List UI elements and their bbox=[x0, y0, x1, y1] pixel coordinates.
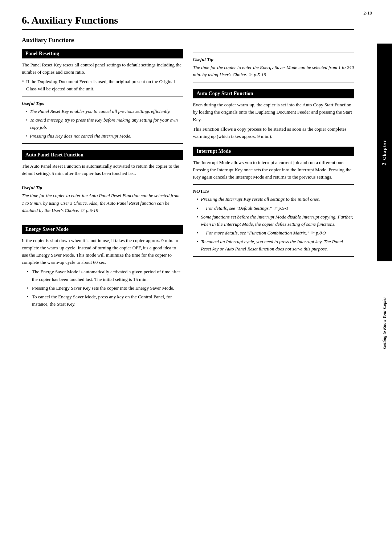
energy-saver-tip-section: Useful Tip The time for the copier to en… bbox=[193, 53, 354, 82]
left-column: Panel Resetting The Panel Reset Key rese… bbox=[22, 49, 183, 314]
chapter-label: Chapter bbox=[382, 139, 387, 160]
divider bbox=[22, 97, 183, 97]
energy-saver-tip-body: The time for the copier to enter the Ene… bbox=[193, 64, 354, 78]
chapter-sidebar: Chapter 2 bbox=[377, 44, 392, 261]
panel-resetting-body: The Panel Reset Key resets all control p… bbox=[22, 61, 183, 76]
auto-copy-start-body2: This Function allows a copy process to b… bbox=[193, 126, 354, 140]
auto-panel-reset-section: Auto Panel Reset Function The Auto Panel… bbox=[22, 150, 183, 218]
useful-tips-label: Useful Tips bbox=[22, 101, 183, 106]
page: 2-10 Chapter 2 Getting to Know Your Copi… bbox=[0, 0, 392, 539]
notes-label: NOTES bbox=[193, 188, 354, 194]
list-item: To avoid miscopy, try to press this Key … bbox=[25, 117, 183, 131]
list-item: For details, see "Default Settings." ☞ p… bbox=[197, 205, 354, 212]
divider bbox=[193, 184, 354, 185]
auto-panel-useful-tip-body: The time for the copier to enter the Aut… bbox=[22, 192, 183, 214]
divider bbox=[22, 181, 183, 181]
list-item: The Energy Saver Mode is automatically a… bbox=[27, 268, 183, 283]
energy-saver-section: Energy Saver Mode If the copier is shut … bbox=[22, 225, 183, 308]
panel-resetting-section: Panel Resetting The Panel Reset Key rese… bbox=[22, 49, 183, 144]
auto-copy-start-section: Auto Copy Start Function Even during the… bbox=[193, 89, 354, 140]
interrupt-mode-heading: Interrupt Mode bbox=[193, 147, 354, 156]
list-item: To cancel the Energy Saver Mode, press a… bbox=[27, 293, 183, 308]
interrupt-mode-notes: Pressing the Interrupt Key resets all se… bbox=[193, 196, 354, 253]
divider bbox=[193, 53, 354, 53]
panel-resetting-heading: Panel Resetting bbox=[22, 49, 183, 58]
auto-panel-useful-tip-label: Useful Tip bbox=[22, 185, 183, 191]
list-item: For more details, see "Function Combinat… bbox=[197, 229, 354, 237]
list-item: Some functions set before the Interrupt … bbox=[197, 213, 354, 228]
auto-panel-reset-body: The Auto Panel Reset Function is automat… bbox=[22, 163, 183, 177]
notes-section: NOTES Pressing the Interrupt Key resets … bbox=[193, 188, 354, 253]
energy-saver-bullets: The Energy Saver Mode is automatically a… bbox=[22, 268, 183, 308]
divider bbox=[193, 256, 354, 257]
energy-saver-heading: Energy Saver Mode bbox=[22, 225, 183, 234]
auto-copy-start-body1: Even during the copier warm-up, the copi… bbox=[193, 101, 354, 123]
energy-saver-body: If the copier is shut down when it is no… bbox=[22, 237, 183, 266]
interrupt-mode-body: The Interrupt Mode allows you to interru… bbox=[193, 159, 354, 181]
note-continuation: For details, see "Default Settings." ☞ p… bbox=[201, 205, 289, 211]
divider bbox=[193, 82, 354, 82]
list-item: To cancel an Interrupt cycle, you need t… bbox=[197, 238, 354, 253]
chapter-number: 2 bbox=[381, 163, 388, 166]
panel-resetting-tips: The Panel Reset Key enables you to cance… bbox=[22, 108, 183, 140]
divider bbox=[22, 143, 183, 144]
right-column: Useful Tip The time for the copier to en… bbox=[193, 49, 354, 314]
getting-to-know-sidebar: Getting to Know Your Copier bbox=[377, 265, 392, 381]
note-continuation-2: For more details, see "Function Combinat… bbox=[201, 230, 326, 236]
list-item: Pressing this Key does not cancel the In… bbox=[25, 132, 183, 140]
list-item: Pressing the Interrupt Key resets all se… bbox=[197, 196, 354, 203]
main-content: Panel Resetting The Panel Reset Key rese… bbox=[22, 49, 354, 314]
energy-saver-tip-label: Useful Tip bbox=[193, 57, 354, 62]
auto-panel-reset-heading: Auto Panel Reset Function bbox=[22, 150, 183, 160]
list-item: Pressing the Energy Saver Key sets the c… bbox=[27, 285, 183, 292]
interrupt-mode-section: Interrupt Mode The Interrupt Mode allows… bbox=[193, 147, 354, 257]
panel-resetting-asterisk: If the Duplexing Document Feeder is used… bbox=[22, 78, 183, 93]
getting-to-know-text: Getting to Know Your Copier bbox=[382, 297, 387, 349]
chapter-title: 6. Auxiliary Functions bbox=[22, 15, 354, 30]
section-title: Auxiliary Functions bbox=[22, 37, 374, 44]
auto-copy-start-heading: Auto Copy Start Function bbox=[193, 89, 354, 98]
divider bbox=[22, 218, 183, 218]
list-item: The Panel Reset Key enables you to cance… bbox=[25, 108, 183, 115]
page-number: 2-10 bbox=[363, 10, 372, 16]
